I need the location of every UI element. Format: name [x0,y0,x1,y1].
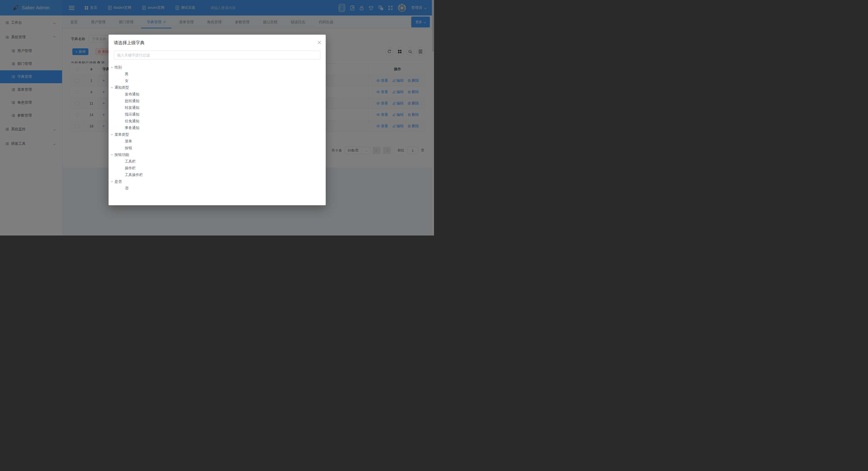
caret-down-icon[interactable] [111,134,113,135]
tree-node-label: 男 [125,72,128,76]
tree-node-child[interactable]: 菜单 [108,138,326,145]
tree-node-child[interactable]: 工具栏 [108,158,326,165]
tree-node-label: 工具栏 [125,159,136,164]
tree-node-label: 女 [125,78,128,83]
tree-node-label: 操作栏 [125,166,136,170]
tree-node-label: 转发通知 [125,105,139,110]
tree-node-child[interactable]: 事务通知 [108,125,326,131]
tree-node-child[interactable]: 工具操作栏 [108,171,326,178]
tree-node-child[interactable]: 任免通知 [108,118,326,125]
tree-node-parent[interactable]: 是否 [108,178,326,185]
app-page: Saber Admin 首页 bladex官网 a [0,0,434,236]
tree-node-child[interactable]: 转发通知 [108,104,326,111]
tree-node-label: 工具操作栏 [125,173,143,177]
tree-node-label: 是否 [115,179,122,184]
tree-node-child[interactable]: 操作栏 [108,165,326,171]
tree-node-label: 批转通知 [125,99,139,103]
dict-parent-modal: 请选择上级字典 性别 男 女 通知类型 发布通知 批转通知 转发通知 指示通知 … [108,35,326,205]
tree-node-child[interactable]: 指示通知 [108,111,326,118]
caret-down-icon[interactable] [111,67,113,68]
tree-node-parent[interactable]: 菜单类型 [108,131,326,138]
tree-node-label: 指示通知 [125,112,139,117]
tree-node-label: 按钮 [125,146,132,151]
tree-node-label: 任免通知 [125,119,139,124]
caret-down-icon[interactable] [111,181,113,183]
tree-node-child[interactable]: 按钮 [108,145,326,152]
close-icon[interactable] [318,41,321,44]
tree-node-label: 事务通知 [125,126,139,130]
tree-node-parent[interactable]: 通知类型 [108,84,326,91]
tree-node-child[interactable]: 批转通知 [108,98,326,104]
modal-title: 请选择上级字典 [114,40,145,46]
tree-node-label: 菜单 [125,139,132,144]
tree-node-label: 发布通知 [125,92,139,97]
tree-filter-input[interactable] [114,51,320,59]
tree-node-label: 通知类型 [115,85,129,90]
dict-tree: 性别 男 女 通知类型 发布通知 批转通知 转发通知 指示通知 任免通知 事务通… [108,64,326,192]
tree-node-parent[interactable]: 按钮功能 [108,152,326,158]
caret-down-icon[interactable] [111,154,113,156]
modal-header: 请选择上级字典 [108,35,326,51]
tree-node-child[interactable]: 否 [108,185,326,192]
tree-node-label: 按钮功能 [115,153,129,157]
tree-node-label: 性别 [115,65,122,70]
tree-node-child[interactable]: 女 [108,77,326,84]
tree-node-child[interactable]: 发布通知 [108,91,326,98]
tree-node-child[interactable]: 男 [108,71,326,77]
tree-node-label: 菜单类型 [115,132,129,137]
tree-node-label: 否 [125,186,128,191]
caret-down-icon[interactable] [111,87,113,88]
tree-node-parent[interactable]: 性别 [108,64,326,71]
